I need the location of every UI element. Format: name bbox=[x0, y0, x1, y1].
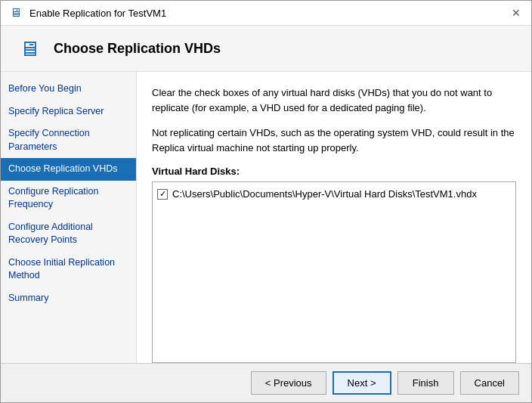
sidebar-item-before-you-begin[interactable]: Before You Begin bbox=[1, 78, 136, 101]
sidebar: Before You Begin Specify Replica Server … bbox=[1, 72, 137, 363]
sidebar-item-configure-additional-recovery-points[interactable]: Configure Additional Recovery Points bbox=[1, 216, 136, 252]
page-title: Choose Replication VHDs bbox=[54, 41, 221, 57]
main-window: 🖥 Enable Replication for TestVM1 ✕ 🖥 Cho… bbox=[0, 0, 532, 403]
finish-button[interactable]: Finish bbox=[397, 371, 454, 395]
titlebar-left: 🖥 Enable Replication for TestVM1 bbox=[8, 5, 166, 20]
window-title: Enable Replication for TestVM1 bbox=[29, 8, 166, 19]
close-button[interactable]: ✕ bbox=[509, 5, 524, 20]
sidebar-item-summary[interactable]: Summary bbox=[1, 287, 136, 310]
cancel-button[interactable]: Cancel bbox=[460, 371, 519, 395]
vhd-list: C:\Users\Public\Documents\Hyper-V\Virtua… bbox=[152, 181, 516, 363]
sidebar-item-choose-initial-replication-method[interactable]: Choose Initial Replication Method bbox=[1, 252, 136, 287]
footer: < Previous Next > Finish Cancel bbox=[1, 363, 531, 402]
header-icon: 🖥 bbox=[16, 35, 43, 62]
sidebar-item-choose-replication-vhds[interactable]: Choose Replication VHDs bbox=[1, 158, 136, 181]
description-2: Not replicating certain VHDs, such as th… bbox=[152, 126, 516, 155]
sidebar-item-specify-connection-parameters[interactable]: Specify Connection Parameters bbox=[1, 122, 136, 158]
description-1: Clear the check boxes of any virtual har… bbox=[152, 85, 516, 115]
vhd-label: Virtual Hard Disks: bbox=[152, 166, 516, 177]
window-icon: 🖥 bbox=[8, 5, 23, 20]
vhd-checkbox[interactable] bbox=[157, 189, 168, 200]
sidebar-item-configure-replication-frequency[interactable]: Configure Replication Frequency bbox=[1, 181, 136, 216]
main-content: Clear the check boxes of any virtual har… bbox=[137, 72, 531, 363]
sidebar-item-specify-replica-server[interactable]: Specify Replica Server bbox=[1, 101, 136, 123]
vhd-path: C:\Users\Public\Documents\Hyper-V\Virtua… bbox=[172, 188, 477, 200]
content-area: Before You Begin Specify Replica Server … bbox=[1, 72, 531, 363]
previous-button[interactable]: < Previous bbox=[251, 371, 326, 395]
header-section: 🖥 Choose Replication VHDs bbox=[1, 26, 531, 72]
next-button[interactable]: Next > bbox=[332, 371, 391, 395]
list-item[interactable]: C:\Users\Public\Documents\Hyper-V\Virtua… bbox=[157, 187, 511, 201]
titlebar: 🖥 Enable Replication for TestVM1 ✕ bbox=[1, 1, 531, 26]
